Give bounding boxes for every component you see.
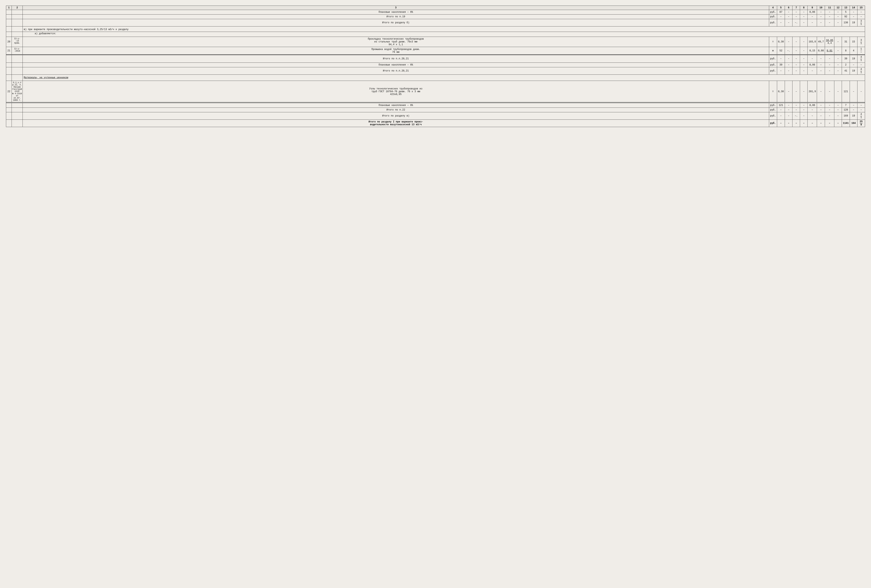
row-col9: 103,8	[808, 37, 817, 47]
row-col10: –	[817, 10, 825, 15]
row-col6: –	[785, 112, 792, 119]
row-col12: –	[834, 55, 842, 63]
row-col8: –	[800, 55, 808, 63]
row-col1	[6, 55, 12, 63]
row-col2: П.I,ч.Ур.II, п.ПисьмоГосстройСССР№ 4-231…	[12, 81, 23, 103]
row-col10: 0,08	[817, 47, 825, 55]
row-col4: руб.	[769, 10, 777, 15]
row-col5: –	[777, 55, 785, 63]
row-col9: –	[808, 67, 817, 75]
row-col8: –	[800, 119, 808, 127]
row-col12: –	[834, 67, 842, 75]
row-col11: –	[825, 63, 834, 67]
row-col10: –	[817, 81, 825, 103]
row-col9: –	[808, 112, 817, 119]
row-col11: –	[825, 81, 834, 103]
col-header-6: 6	[785, 6, 792, 10]
table-row: 22 П.I,ч.Ур.II, п.ПисьмоГосстройСССР№ 4-…	[6, 81, 865, 103]
row-col4: руб.	[769, 19, 777, 27]
row-col3: Итого по п.п.20,21	[23, 55, 769, 63]
row-col12: –	[834, 37, 842, 47]
row-col1: 22	[6, 81, 12, 103]
sub-col1	[6, 32, 12, 37]
row-col15: 1–	[858, 47, 865, 55]
row-col12: –	[834, 63, 842, 67]
ul-description: Материалы, не учтенные ценником	[23, 75, 865, 81]
row-col13: 130	[842, 19, 850, 27]
row-col9: –	[808, 15, 817, 19]
row-col12: –	[834, 107, 842, 112]
row-col5: –	[777, 107, 785, 112]
row-col4: руб.	[769, 15, 777, 19]
row-col8: –	[800, 67, 808, 75]
row-col3: Итого по п.п.20,21	[23, 67, 769, 75]
ul-col1	[6, 75, 12, 81]
table-row: Плановые накопления – 6% руб. 87 – – – 0…	[6, 10, 865, 15]
row-col10: –	[817, 63, 825, 67]
row-col13: 92	[842, 15, 850, 19]
row-col13: 169	[842, 112, 850, 119]
row-col5: 121	[777, 103, 785, 107]
table-row: 20 I2-у--13прям. Прокладка технологическ…	[6, 37, 865, 47]
fraction-value: 1–	[861, 48, 862, 54]
row-col2	[12, 103, 23, 107]
row-col12: –	[834, 81, 842, 103]
sub-col2	[12, 32, 23, 37]
row-col2	[12, 107, 23, 112]
table-row: Итого по п.п.20,21 руб. – – – – – – – – …	[6, 67, 865, 75]
col-header-9: 9	[808, 6, 817, 10]
row-col12: –	[834, 47, 842, 55]
col-header-1: 1	[6, 6, 12, 10]
fraction-value: 41	[861, 56, 862, 62]
row-col6: –	[785, 15, 792, 19]
row-col7: –	[792, 119, 800, 127]
row-col14: 164	[850, 119, 858, 127]
row-col15: –	[858, 107, 865, 112]
row-col4: руб.	[769, 67, 777, 75]
row-col15: 41	[858, 67, 865, 75]
row-col1	[6, 103, 12, 107]
row-col14: –	[850, 81, 858, 103]
row-col4: руб.	[769, 63, 777, 67]
col-header-3: 3	[23, 6, 769, 10]
row-col13: 39	[842, 55, 850, 63]
row-col15: –	[858, 63, 865, 67]
row-col1	[6, 119, 12, 127]
row-col5: –	[777, 15, 785, 19]
table-header-row: 1 2 3 4 5 6 7 8 9 10 11 12 13 14 15	[6, 6, 865, 10]
col-header-5: 5	[777, 6, 785, 10]
row-col8: –	[800, 10, 808, 15]
row-col6: –	[785, 103, 792, 107]
row-col4: м	[769, 47, 777, 55]
table-row: 21 I2-у--2018 Промывка водой трубопровод…	[6, 47, 865, 55]
row-col8: –	[800, 107, 808, 112]
table-body: Плановые накопления – 6% руб. 87 – – – 0…	[6, 10, 865, 127]
row-col2	[12, 15, 23, 19]
section-col1	[6, 27, 12, 32]
row-col11: –	[825, 112, 834, 119]
section-subheader-row: а) добавляется:	[6, 32, 865, 37]
table-row: Итого по п.п.20,21 руб. – – – – – – – – …	[6, 55, 865, 63]
row-col8: –	[800, 37, 808, 47]
row-col14: –	[850, 107, 858, 112]
row-col2: I2-у--13прям.	[12, 37, 23, 47]
row-col5: 0,30	[777, 37, 785, 47]
row-col11: 0,01	[825, 47, 834, 55]
fraction-value: 41	[861, 113, 862, 119]
row-col3: Итого по разделу I при варианте произ-во…	[23, 119, 769, 127]
row-col4: руб.	[769, 103, 777, 107]
row-col1	[6, 67, 12, 75]
row-col7: –	[792, 15, 800, 19]
row-col13: 8	[842, 47, 850, 55]
row-col6: –	[785, 67, 792, 75]
row-col10: –	[817, 19, 825, 27]
col-header-2: 2	[12, 6, 23, 10]
row-col14: –	[850, 15, 858, 19]
row-col7: –.	[792, 19, 800, 27]
table-row: Итого по п.19 руб. – – – – – – – – 92 – …	[6, 15, 865, 19]
row-col8: –	[800, 15, 808, 19]
row-col9: 0,06	[808, 103, 817, 107]
row-col10: –	[817, 15, 825, 19]
table-row: Итого по разделу I при варианте произ-во…	[6, 119, 865, 127]
row-col7: –	[792, 67, 800, 75]
